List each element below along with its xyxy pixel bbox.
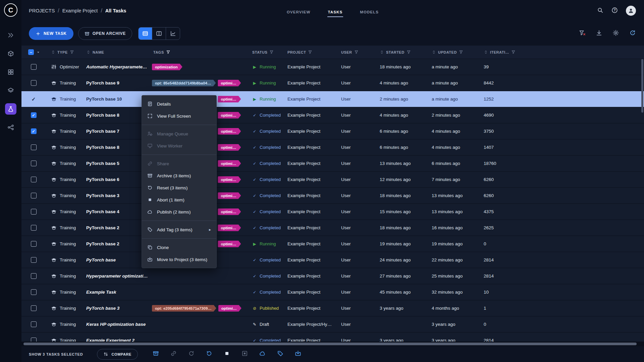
column-header-type[interactable]: TYPE <box>57 50 68 54</box>
footer-move-to-project-button[interactable] <box>295 350 301 358</box>
column-header-name[interactable]: NAME <box>93 50 104 54</box>
task-name[interactable]: Example Task <box>81 290 148 295</box>
task-row[interactable]: TrainingKeras HP optimization base✎Draft… <box>21 316 644 333</box>
filter-started-icon[interactable] <box>407 50 411 54</box>
compare-button[interactable]: COMPARE <box>97 349 138 360</box>
menu-item-abort-1-item[interactable]: Abort (1 item) <box>142 194 216 206</box>
task-row[interactable]: TrainingPyTorch base 2opt: 85e5482ddd714… <box>21 220 644 236</box>
sort-name-icon[interactable] <box>86 50 91 54</box>
sidebar-item-datasets[interactable] <box>5 48 16 59</box>
task-row[interactable]: TrainingPyTorch base 9opt: 85e5482ddd714… <box>21 75 644 91</box>
column-header-iterati[interactable]: ITERATI… <box>490 50 509 54</box>
open-archive-button[interactable]: OPEN ARCHIVE <box>78 27 132 40</box>
task-row[interactable]: TrainingExample Experiment 2✓CompletedEx… <box>21 333 644 342</box>
column-header-tags[interactable]: TAGS <box>153 50 164 54</box>
column-header-started[interactable]: STARTED <box>386 50 405 54</box>
row-checkbox[interactable] <box>31 257 37 263</box>
breadcrumb-item-projects[interactable]: PROJECTS <box>29 8 55 13</box>
auto-refresh-button[interactable] <box>629 29 636 38</box>
breadcrumb-item-example-project[interactable]: Example Project <box>62 8 98 13</box>
card-view-button[interactable] <box>152 27 166 40</box>
sidebar-item-workers-queues[interactable] <box>5 122 16 133</box>
task-name[interactable]: Keras HP optimization base <box>81 322 148 327</box>
search-button[interactable] <box>597 7 603 15</box>
task-row[interactable]: TrainingPyTorch base 3opt: 85e5482ddd714… <box>21 188 644 204</box>
row-checkbox[interactable] <box>31 177 37 182</box>
row-checkbox[interactable] <box>31 321 37 327</box>
task-name[interactable]: PyTorch base 7 <box>81 129 148 134</box>
row-checkbox[interactable] <box>31 305 37 311</box>
menu-item-reset-3-items[interactable]: Reset (3 items) <box>142 182 216 194</box>
selection-menu-caret-icon[interactable] <box>36 50 40 54</box>
tag-chip[interactable]: optimi… <box>218 225 241 231</box>
column-header-updated[interactable]: UPDATED <box>438 50 457 54</box>
sidebar-item-projects[interactable] <box>5 103 16 115</box>
vertical-scrollbar-thumb[interactable] <box>641 59 643 113</box>
filter-type-icon[interactable] <box>70 50 74 54</box>
task-name[interactable]: PyTorch base 10 <box>81 97 148 102</box>
task-row[interactable]: TrainingPyTorch base 5opt: 85e5482ddd714… <box>21 156 644 172</box>
row-checkbox[interactable] <box>31 161 37 166</box>
row-checkbox[interactable] <box>31 338 37 342</box>
task-row[interactable]: TrainingPyTorch base 6opt: 85e5482ddd714… <box>21 172 644 188</box>
sidebar-item-pipelines[interactable] <box>5 85 16 96</box>
task-name[interactable]: PyTorch base 5 <box>81 161 148 166</box>
task-row[interactable]: OptimizerAutomatic Hyperparamete…optimiz… <box>21 59 644 75</box>
menu-item-add-tag-3-items[interactable]: Add Tag (3 items)▸ <box>142 224 216 236</box>
task-row[interactable]: TrainingPyTorch base 8opt: 85e5482ddd714… <box>21 139 644 156</box>
tag-chip[interactable]: opt: 85e5482ddd7149b8ba04… <box>152 80 216 86</box>
sort-iterati-icon[interactable] <box>484 50 488 54</box>
task-name[interactable]: PyTorch base 2 <box>81 241 148 246</box>
task-row[interactable]: TrainingPyTorch base 3opt: e205d684f7954… <box>21 300 644 316</box>
task-name[interactable]: Example Experiment 2 <box>81 338 148 342</box>
menu-item-archive-3-items[interactable]: Archive (3 items) <box>142 170 216 182</box>
settings-button[interactable] <box>612 29 619 38</box>
task-row[interactable]: TrainingPyTorch base 4opt: 85e5482ddd714… <box>21 204 644 220</box>
sort-started-icon[interactable] <box>380 50 384 54</box>
menu-item-publish-2-items[interactable]: Publish (2 items) <box>142 206 216 218</box>
menu-item-move-to-project-3-items[interactable]: Move to Project (3 items) <box>142 253 216 265</box>
task-row[interactable]: TrainingHyperparameter optimizati…✓Compl… <box>21 268 644 284</box>
task-name[interactable]: Hyperparameter optimizati… <box>81 274 148 279</box>
menu-item-clone[interactable]: Clone <box>142 241 216 253</box>
task-row[interactable]: ✓TrainingPyTorch base 8opt: 85e5482ddd71… <box>21 107 644 123</box>
task-name[interactable]: Automatic Hyperparamete… <box>81 64 148 69</box>
tag-chip[interactable]: optimi… <box>218 144 241 151</box>
select-all-checkbox[interactable]: – <box>28 49 34 55</box>
tag-chip[interactable]: optimi… <box>218 305 241 312</box>
column-header-status[interactable]: STATUS <box>252 50 267 54</box>
task-name[interactable]: PyTorch base 8 <box>81 145 148 150</box>
new-task-button[interactable]: NEW TASK <box>29 27 73 40</box>
filter-updated-icon[interactable] <box>459 50 463 54</box>
filter-off-button[interactable] <box>579 29 586 38</box>
download-button[interactable] <box>596 29 602 38</box>
tag-chip[interactable]: optimi… <box>218 80 241 86</box>
task-name[interactable]: PyTorch base 2 <box>81 225 148 230</box>
tag-chip[interactable]: optimi… <box>218 241 241 247</box>
clearml-logo[interactable]: C <box>4 3 17 17</box>
task-row[interactable]: ✓TrainingPyTorch base 7opt: 85e5482ddd71… <box>21 123 644 139</box>
task-row[interactable]: TrainingPyTorch base✓CompletedExample Pr… <box>21 252 644 268</box>
filter-tags-icon[interactable] <box>166 50 170 54</box>
footer-reset-button[interactable] <box>206 350 212 358</box>
filter-status-icon[interactable] <box>269 50 274 54</box>
sort-type-icon[interactable] <box>51 50 55 54</box>
sort-updated-icon[interactable] <box>432 50 436 54</box>
tab-overview[interactable]: OVERVIEW <box>286 7 311 17</box>
footer-archive-button[interactable] <box>153 350 159 358</box>
row-checkbox[interactable] <box>31 209 37 215</box>
horizontal-scrollbar-thumb[interactable] <box>23 343 637 345</box>
task-name[interactable]: PyTorch base 6 <box>81 177 148 182</box>
column-header-project[interactable]: PROJECT <box>287 50 306 54</box>
row-checkbox[interactable]: ✓ <box>31 128 37 134</box>
tag-chip[interactable]: optimi… <box>218 112 241 119</box>
task-row[interactable]: TrainingPyTorch base 2opt: 85e5482ddd714… <box>21 236 644 252</box>
task-name[interactable]: PyTorch base 3 <box>81 306 148 311</box>
tag-chip[interactable]: optimi… <box>218 176 241 183</box>
row-checkbox[interactable] <box>31 225 37 231</box>
task-row[interactable]: ✓TrainingPyTorch base 10opt: 85e5482ddd7… <box>21 91 644 107</box>
filter-project-icon[interactable] <box>308 50 312 54</box>
row-checkbox[interactable]: ✓ <box>31 112 37 118</box>
row-checkbox[interactable] <box>31 289 37 295</box>
tag-chip[interactable]: optimi… <box>218 128 241 135</box>
